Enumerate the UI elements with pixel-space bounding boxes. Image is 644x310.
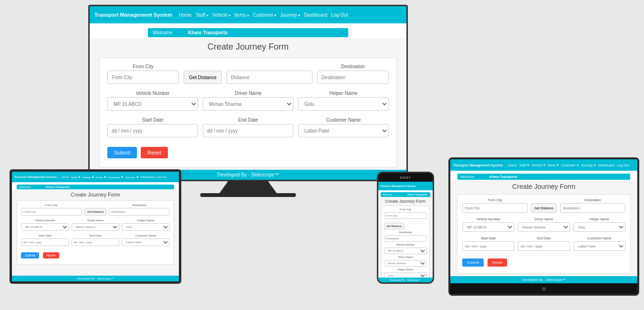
tl-items[interactable]: Items (96, 175, 106, 179)
tr-staff[interactable]: Staff (519, 163, 530, 167)
tr-company: Khare Transports (489, 175, 517, 178)
tl-logout[interactable]: Log Out (156, 176, 166, 178)
start-date-input[interactable] (107, 124, 198, 137)
tr-journey[interactable]: Journey (581, 163, 596, 167)
tl-dest-input[interactable] (109, 208, 170, 216)
from-city-label: From City (107, 64, 179, 69)
tl-brand: Transport Management System (14, 176, 57, 178)
tl-dashboard[interactable]: Dashboard (140, 176, 154, 178)
phone-status-bar: SONY (378, 173, 433, 182)
tr-from-city: From City (462, 198, 528, 213)
tl-vehicle[interactable]: Vehicle (82, 175, 94, 179)
nav-home[interactable]: Home (179, 12, 192, 18)
submit-button[interactable]: Submit (107, 147, 137, 158)
ph-get-distance[interactable]: Get Distance (384, 223, 404, 229)
tl-vehicle-select[interactable]: MP 15 ABCD (21, 223, 69, 231)
get-distance-button[interactable]: Get Distance (184, 71, 222, 84)
tr-hlp-select[interactable]: Golu (573, 222, 625, 232)
ph-dest: Destination (384, 231, 427, 242)
nav-logout[interactable]: Log Out (331, 12, 348, 18)
tl-staff[interactable]: Staff (71, 175, 80, 179)
nav-customer[interactable]: Customer (253, 12, 277, 18)
phone-nav: Transport Management System (378, 182, 433, 190)
ph-from-input[interactable] (384, 212, 427, 219)
tl-cust-select[interactable]: Lallan Patel (122, 238, 170, 246)
tl-end-input[interactable] (72, 238, 120, 246)
reset-button[interactable]: Reset (141, 147, 168, 158)
from-city-input[interactable] (107, 71, 179, 84)
company-name: Khare Transports (188, 30, 228, 35)
start-date-label: Start Date (107, 117, 198, 123)
tl-helper: Helper Name Golu (122, 219, 170, 231)
nav-dashboard[interactable]: Dashboard (304, 12, 327, 18)
windows-button[interactable] (450, 283, 637, 294)
tl-vehicle-label: Vehicle Number (21, 219, 69, 222)
tr-logout[interactable]: Log Out (617, 164, 629, 167)
tr-row-3: Start Date End Date Customer Name Lallan… (462, 237, 625, 251)
nav-journey[interactable]: Journey (280, 12, 300, 18)
tl-reset[interactable]: Reset (43, 252, 59, 258)
tr-home[interactable]: Home (508, 164, 517, 167)
ph-veh-select[interactable]: MP 15 ABCD (384, 248, 427, 254)
tr-start-input[interactable] (462, 241, 514, 251)
vehicle-number-select[interactable]: MP 15 ABCD (107, 97, 198, 111)
tr-footer-text: Developed By - Slidescope™ (522, 278, 565, 281)
distance-input[interactable] (227, 71, 312, 84)
tl-form-title: Create Journey Form (17, 192, 174, 197)
tl-journey[interactable]: Journey (125, 175, 138, 179)
ph-dest-input[interactable] (384, 235, 427, 242)
tr-veh-select[interactable]: MP 15 ABCD (462, 222, 514, 232)
tl-destination: Destination (109, 204, 170, 216)
tr-cust-select[interactable]: Lallan Patel (573, 241, 625, 251)
from-city-group: From City (107, 64, 179, 84)
nav-items[interactable]: Items (234, 12, 249, 18)
tl-start-input[interactable] (21, 238, 69, 246)
tr-dest-input[interactable] (560, 203, 625, 213)
tl-driver-select[interactable]: Mohan Sharma (72, 223, 120, 231)
tl-helper-label: Helper Name (122, 219, 170, 222)
ph-from-label: From City (384, 208, 427, 211)
tr-vehicle[interactable]: Vehicle (531, 163, 545, 167)
tr-items[interactable]: Items (548, 163, 559, 167)
tr-welcome: Welcome (460, 175, 474, 178)
helper-name-select[interactable]: Golu (298, 97, 389, 111)
distance-group: Distance (227, 64, 312, 84)
tr-customer[interactable]: Customer (561, 163, 579, 167)
ph-footer-text: Developed By - Slidescope™ (390, 279, 421, 281)
tr-end-input[interactable] (518, 241, 570, 251)
tr-get-distance[interactable]: Get Distance (531, 203, 557, 213)
tr-main: Create Journey Form From City Get Distan… (450, 180, 637, 276)
ph-drv-select[interactable]: Mohan Sharma (384, 260, 427, 267)
ph-footer: Developed By - Slidescope™ (378, 278, 433, 282)
tr-helper: Helper Name Golu (573, 217, 625, 232)
end-date-input[interactable] (203, 124, 293, 137)
tl-from-city-input[interactable] (21, 208, 82, 216)
tr-dashboard[interactable]: Dashboard (598, 164, 614, 167)
vehicle-number-group: Vehicle Number MP 15 ABCD (107, 91, 198, 111)
tl-submit[interactable]: Submit (21, 252, 39, 258)
nav-vehicle[interactable]: Vehicle (212, 12, 230, 18)
nav-staff[interactable]: Staff (196, 12, 208, 18)
ph-dest-label: Destination (384, 231, 427, 234)
ph-welcome-bar: Welcome Khare Transports (381, 192, 430, 197)
tr-reset[interactable]: Reset (488, 258, 507, 267)
driver-name-select[interactable]: Mohan Sharma (203, 97, 293, 111)
customer-name-select[interactable]: Lallan Patel (298, 124, 389, 137)
tl-helper-select[interactable]: Golu (122, 223, 170, 231)
helper-name-label: Helper Name (298, 91, 389, 96)
tr-drv-select[interactable]: Mohan Sharma (518, 222, 570, 232)
ph-hlp-select[interactable]: Golu (384, 272, 427, 278)
tr-submit[interactable]: Submit (462, 258, 484, 267)
tr-vehicle: Vehicle Number MP 15 ABCD (462, 217, 514, 232)
destination-input[interactable] (317, 71, 389, 84)
tr-dest: Destination (560, 198, 625, 213)
monitor-stand-pole (219, 181, 277, 193)
tl-customer[interactable]: Customer (108, 175, 123, 179)
destination-label: Destination (317, 64, 389, 69)
tl-welcome-bar: Welcome Khare Transports (17, 185, 174, 189)
tr-hlp-label: Helper Name (573, 217, 625, 221)
tl-home[interactable]: Home (62, 176, 69, 178)
driver-name-label: Driver Name (203, 91, 293, 96)
tl-get-distance[interactable]: Get Distance (84, 208, 107, 216)
tr-from-input[interactable] (462, 203, 528, 213)
